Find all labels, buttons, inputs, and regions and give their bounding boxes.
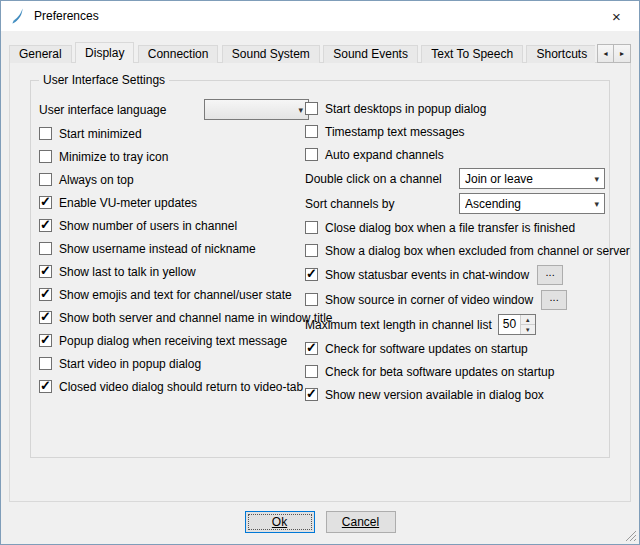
checkbox-box	[305, 342, 318, 355]
app-icon	[10, 8, 26, 24]
checkbox-label: Start video in popup dialog	[59, 357, 201, 371]
checkbox-box	[39, 127, 52, 140]
checkbox-box	[39, 196, 52, 209]
video-source-row: Show source in corner of video window ..…	[305, 287, 605, 312]
checkbox-label: Start minimized	[59, 127, 142, 141]
checkbox-box	[305, 268, 318, 281]
spinner-up-button[interactable]: ▲	[521, 315, 535, 325]
checkbox-box	[39, 334, 52, 347]
checkbox-show-username-instead-of-nickname[interactable]: Show username instead of nickname	[39, 237, 309, 260]
checkbox-label: Show statusbar events in chat-window	[325, 268, 529, 282]
checkbox-box	[305, 365, 318, 378]
checkbox-show-new-version-dialog[interactable]: Show new version available in dialog box	[305, 383, 605, 406]
checkbox-label: Show a dialog box when excluded from cha…	[325, 244, 630, 258]
checkbox-label: Check for beta software updates on start…	[325, 365, 554, 379]
checkbox-start-desktops-popup[interactable]: Start desktops in popup dialog	[305, 97, 605, 120]
arrow-right-icon: ▸	[620, 49, 624, 58]
left-column: User interface language ▾ Start minimize…	[39, 97, 309, 398]
max-text-length-spinner[interactable]: 50 ▲ ▼	[498, 314, 536, 335]
checkbox-show-server-and-channel-name[interactable]: Show both server and channel name in win…	[39, 306, 309, 329]
language-row: User interface language ▾	[39, 97, 309, 122]
checkbox-label: Minimize to tray icon	[59, 150, 168, 164]
checkbox-close-dialog-file-transfer[interactable]: Close dialog box when a file transfer is…	[305, 216, 605, 239]
sort-channels-select[interactable]: Ascending ▾	[459, 193, 605, 214]
statusbar-events-more-button[interactable]: ...	[537, 265, 563, 285]
close-button[interactable]: ×	[594, 1, 639, 31]
checkbox-label: Closed video dialog should return to vid…	[59, 380, 303, 394]
checkbox-show-statusbar-events[interactable]: Show statusbar events in chat-window	[305, 268, 529, 282]
checkbox-box	[305, 221, 318, 234]
checkbox-show-emojis[interactable]: Show emojis and text for channel/user st…	[39, 283, 309, 306]
max-text-length-row: Maximum text length in channel list 50 ▲…	[305, 312, 605, 337]
checkbox-box	[39, 150, 52, 163]
checkbox-box	[39, 219, 52, 232]
tab-connection[interactable]: Connection	[138, 45, 219, 63]
tab-scroll-buttons: ◂ ▸	[597, 44, 631, 63]
checkbox-start-video-popup[interactable]: Start video in popup dialog	[39, 352, 309, 375]
video-source-more-button[interactable]: ...	[541, 290, 567, 310]
language-select[interactable]: ▾	[204, 99, 309, 120]
tab-sound-system[interactable]: Sound System	[222, 45, 320, 63]
sort-channels-row: Sort channels by Ascending ▾	[305, 191, 605, 216]
checkbox-label: Start desktops in popup dialog	[325, 102, 486, 116]
user-interface-settings-group: User Interface Settings User interface l…	[30, 80, 610, 458]
checkbox-label: Check for software updates on startup	[325, 342, 528, 356]
sort-channels-value: Ascending	[465, 197, 588, 211]
right-column: Start desktops in popup dialog Timestamp…	[305, 97, 605, 406]
checkbox-timestamp-text-messages[interactable]: Timestamp text messages	[305, 120, 605, 143]
tabs-row: General Display Connection Sound System …	[9, 42, 595, 63]
tab-shortcuts[interactable]: Shortcuts	[526, 45, 595, 63]
checkbox-check-updates-startup[interactable]: Check for software updates on startup	[305, 337, 605, 360]
tab-bar: General Display Connection Sound System …	[9, 42, 631, 63]
tab-general[interactable]: General	[9, 45, 72, 63]
cancel-label: Cancel	[342, 515, 379, 529]
checkbox-popup-dialog-text-message[interactable]: Popup dialog when receiving text message	[39, 329, 309, 352]
checkbox-label: Auto expand channels	[325, 148, 444, 162]
tab-sound-events[interactable]: Sound Events	[323, 45, 418, 63]
group-content: User interface language ▾ Start minimize…	[31, 81, 609, 457]
checkbox-check-beta-updates-startup[interactable]: Check for beta software updates on start…	[305, 360, 605, 383]
checkbox-box	[305, 148, 318, 161]
checkbox-always-on-top[interactable]: Always on top	[39, 168, 309, 191]
tab-text-to-speech[interactable]: Text To Speech	[421, 45, 523, 63]
checkbox-show-number-of-users[interactable]: Show number of users in channel	[39, 214, 309, 237]
sort-channels-label: Sort channels by	[305, 197, 394, 211]
checkbox-label: Close dialog box when a file transfer is…	[325, 221, 575, 235]
checkbox-show-last-to-talk[interactable]: Show last to talk in yellow	[39, 260, 309, 283]
checkbox-label: Show number of users in channel	[59, 219, 237, 233]
arrow-left-icon: ◂	[603, 49, 607, 58]
checkbox-label: Show both server and channel name in win…	[59, 311, 333, 325]
spinner-down-button[interactable]: ▼	[521, 325, 535, 334]
checkbox-label: Show new version available in dialog box	[325, 388, 544, 402]
double-click-row: Double click on a channel Join or leave …	[305, 166, 605, 191]
tab-display[interactable]: Display	[75, 42, 134, 63]
checkbox-box	[305, 244, 318, 257]
checkbox-box	[39, 380, 52, 393]
arrow-up-icon: ▲	[525, 317, 531, 323]
checkbox-minimize-to-tray[interactable]: Minimize to tray icon	[39, 145, 309, 168]
checkbox-dialog-when-excluded[interactable]: Show a dialog box when excluded from cha…	[305, 239, 605, 262]
close-icon: ×	[612, 8, 621, 25]
cancel-button[interactable]: Cancel	[326, 511, 396, 533]
tab-scroll-right-button[interactable]: ▸	[614, 44, 631, 63]
double-click-label: Double click on a channel	[305, 172, 442, 186]
checkbox-box	[39, 311, 52, 324]
titlebar: Preferences ×	[1, 1, 639, 31]
tab-scroll-left-button[interactable]: ◂	[597, 44, 614, 63]
checkbox-start-minimized[interactable]: Start minimized	[39, 122, 309, 145]
checkbox-label: Timestamp text messages	[325, 125, 465, 139]
arrow-down-icon: ▼	[525, 327, 531, 333]
checkbox-box	[305, 125, 318, 138]
checkbox-enable-vu-meter-updates[interactable]: Enable VU-meter updates	[39, 191, 309, 214]
dialog-buttons: Ok Cancel	[1, 511, 639, 533]
chevron-down-icon: ▾	[594, 174, 599, 184]
double-click-select[interactable]: Join or leave ▾	[459, 168, 605, 189]
preferences-window: Preferences × General Display Connection…	[0, 0, 640, 545]
checkbox-closed-video-return-video-tab[interactable]: Closed video dialog should return to vid…	[39, 375, 309, 398]
ok-button[interactable]: Ok	[245, 511, 315, 533]
checkbox-auto-expand-channels[interactable]: Auto expand channels	[305, 143, 605, 166]
resize-grip[interactable]	[624, 529, 637, 542]
checkbox-label: Show username instead of nickname	[59, 242, 256, 256]
checkbox-box	[305, 388, 318, 401]
checkbox-show-video-source[interactable]: Show source in corner of video window	[305, 293, 533, 307]
